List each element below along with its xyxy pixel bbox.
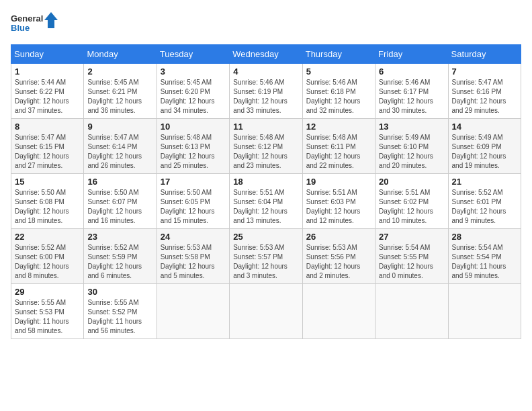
calendar-cell: 27 Sunrise: 5:54 AMSunset: 5:55 PMDaylig… bbox=[375, 229, 448, 284]
day-number: 10 bbox=[161, 122, 226, 132]
day-number: 19 bbox=[306, 177, 371, 187]
calendar-header-row: SundayMondayTuesdayWednesdayThursdayFrid… bbox=[11, 45, 521, 64]
calendar-cell: 11 Sunrise: 5:48 AMSunset: 6:12 PMDaylig… bbox=[230, 119, 302, 174]
day-number: 4 bbox=[233, 66, 298, 77]
calendar-cell bbox=[302, 284, 375, 339]
day-info: Sunrise: 5:46 AMSunset: 6:18 PMDaylight:… bbox=[306, 79, 361, 114]
calendar-cell: 23 Sunrise: 5:52 AMSunset: 5:59 PMDaylig… bbox=[84, 229, 157, 284]
calendar-day-header-sunday: Sunday bbox=[11, 45, 84, 64]
day-number: 20 bbox=[379, 177, 444, 187]
calendar-day-header-tuesday: Tuesday bbox=[157, 45, 229, 64]
calendar-cell: 12 Sunrise: 5:48 AMSunset: 6:11 PMDaylig… bbox=[302, 119, 375, 174]
day-number: 5 bbox=[306, 66, 371, 77]
day-info: Sunrise: 5:53 AMSunset: 5:58 PMDaylight:… bbox=[161, 244, 215, 279]
day-info: Sunrise: 5:48 AMSunset: 6:13 PMDaylight:… bbox=[161, 134, 215, 169]
day-info: Sunrise: 5:54 AMSunset: 5:55 PMDaylight:… bbox=[379, 244, 433, 279]
logo-icon: General Blue bbox=[11, 11, 58, 39]
calendar-cell: 26 Sunrise: 5:53 AMSunset: 5:56 PMDaylig… bbox=[302, 229, 375, 284]
calendar-day-header-saturday: Saturday bbox=[448, 45, 521, 64]
day-info: Sunrise: 5:50 AMSunset: 6:05 PMDaylight:… bbox=[161, 189, 215, 224]
day-number: 17 bbox=[161, 177, 226, 187]
day-number: 14 bbox=[452, 122, 517, 132]
day-number: 28 bbox=[452, 232, 517, 242]
day-info: Sunrise: 5:46 AMSunset: 6:17 PMDaylight:… bbox=[379, 79, 433, 114]
calendar-cell: 4 Sunrise: 5:46 AMSunset: 6:19 PMDayligh… bbox=[230, 64, 302, 119]
day-info: Sunrise: 5:55 AMSunset: 5:53 PMDaylight:… bbox=[15, 299, 69, 334]
logo: General Blue bbox=[11, 11, 58, 39]
calendar-cell: 20 Sunrise: 5:51 AMSunset: 6:02 PMDaylig… bbox=[375, 174, 448, 229]
calendar-cell: 6 Sunrise: 5:46 AMSunset: 6:17 PMDayligh… bbox=[375, 64, 448, 119]
calendar-cell: 2 Sunrise: 5:45 AMSunset: 6:21 PMDayligh… bbox=[84, 64, 157, 119]
day-info: Sunrise: 5:52 AMSunset: 6:01 PMDaylight:… bbox=[452, 189, 506, 224]
calendar-cell: 1 Sunrise: 5:44 AMSunset: 6:22 PMDayligh… bbox=[11, 64, 84, 119]
svg-text:General: General bbox=[11, 13, 43, 24]
day-info: Sunrise: 5:53 AMSunset: 5:56 PMDaylight:… bbox=[306, 244, 361, 279]
day-info: Sunrise: 5:45 AMSunset: 6:21 PMDaylight:… bbox=[87, 79, 142, 114]
calendar-week-row: 1 Sunrise: 5:44 AMSunset: 6:22 PMDayligh… bbox=[11, 64, 521, 119]
day-number: 6 bbox=[379, 66, 444, 77]
calendar-day-header-wednesday: Wednesday bbox=[230, 45, 302, 64]
day-number: 26 bbox=[306, 232, 371, 242]
day-info: Sunrise: 5:52 AMSunset: 5:59 PMDaylight:… bbox=[87, 244, 142, 279]
calendar-cell bbox=[375, 284, 448, 339]
day-number: 16 bbox=[87, 177, 152, 187]
calendar-week-row: 22 Sunrise: 5:52 AMSunset: 6:00 PMDaylig… bbox=[11, 229, 521, 284]
day-number: 24 bbox=[161, 232, 226, 242]
day-info: Sunrise: 5:51 AMSunset: 6:03 PMDaylight:… bbox=[306, 189, 361, 224]
day-number: 1 bbox=[15, 66, 80, 77]
day-number: 30 bbox=[87, 287, 152, 297]
day-number: 11 bbox=[233, 122, 298, 132]
day-info: Sunrise: 5:44 AMSunset: 6:22 PMDaylight:… bbox=[15, 79, 69, 114]
day-info: Sunrise: 5:54 AMSunset: 5:54 PMDaylight:… bbox=[452, 244, 506, 279]
calendar-cell: 25 Sunrise: 5:53 AMSunset: 5:57 PMDaylig… bbox=[230, 229, 302, 284]
calendar-day-header-thursday: Thursday bbox=[302, 45, 375, 64]
day-number: 7 bbox=[452, 66, 517, 77]
calendar-cell: 9 Sunrise: 5:47 AMSunset: 6:14 PMDayligh… bbox=[84, 119, 157, 174]
calendar-cell: 5 Sunrise: 5:46 AMSunset: 6:18 PMDayligh… bbox=[302, 64, 375, 119]
day-info: Sunrise: 5:47 AMSunset: 6:16 PMDaylight:… bbox=[452, 79, 506, 114]
day-number: 12 bbox=[306, 122, 371, 132]
day-info: Sunrise: 5:51 AMSunset: 6:02 PMDaylight:… bbox=[379, 189, 433, 224]
page-header: General Blue bbox=[11, 11, 521, 39]
calendar-week-row: 29 Sunrise: 5:55 AMSunset: 5:53 PMDaylig… bbox=[11, 284, 521, 339]
svg-marker-2 bbox=[44, 12, 58, 28]
calendar-cell bbox=[157, 284, 229, 339]
calendar-cell: 7 Sunrise: 5:47 AMSunset: 6:16 PMDayligh… bbox=[448, 64, 521, 119]
calendar-day-header-monday: Monday bbox=[84, 45, 157, 64]
day-number: 9 bbox=[87, 122, 152, 132]
calendar-cell: 15 Sunrise: 5:50 AMSunset: 6:08 PMDaylig… bbox=[11, 174, 84, 229]
day-info: Sunrise: 5:48 AMSunset: 6:12 PMDaylight:… bbox=[233, 134, 287, 169]
calendar-table: SundayMondayTuesdayWednesdayThursdayFrid… bbox=[11, 44, 521, 339]
day-info: Sunrise: 5:49 AMSunset: 6:10 PMDaylight:… bbox=[379, 134, 433, 169]
day-info: Sunrise: 5:49 AMSunset: 6:09 PMDaylight:… bbox=[452, 134, 506, 169]
day-number: 27 bbox=[379, 232, 444, 242]
day-number: 8 bbox=[15, 122, 80, 132]
calendar-cell: 22 Sunrise: 5:52 AMSunset: 6:00 PMDaylig… bbox=[11, 229, 84, 284]
day-info: Sunrise: 5:46 AMSunset: 6:19 PMDaylight:… bbox=[233, 79, 287, 114]
svg-text:Blue: Blue bbox=[11, 23, 30, 33]
calendar-cell: 14 Sunrise: 5:49 AMSunset: 6:09 PMDaylig… bbox=[448, 119, 521, 174]
calendar-cell: 18 Sunrise: 5:51 AMSunset: 6:04 PMDaylig… bbox=[230, 174, 302, 229]
day-number: 29 bbox=[15, 287, 80, 297]
calendar-cell: 28 Sunrise: 5:54 AMSunset: 5:54 PMDaylig… bbox=[448, 229, 521, 284]
calendar-cell: 13 Sunrise: 5:49 AMSunset: 6:10 PMDaylig… bbox=[375, 119, 448, 174]
day-number: 3 bbox=[161, 66, 226, 77]
day-number: 21 bbox=[452, 177, 517, 187]
day-number: 25 bbox=[233, 232, 298, 242]
calendar-cell: 16 Sunrise: 5:50 AMSunset: 6:07 PMDaylig… bbox=[84, 174, 157, 229]
calendar-cell bbox=[448, 284, 521, 339]
calendar-cell: 19 Sunrise: 5:51 AMSunset: 6:03 PMDaylig… bbox=[302, 174, 375, 229]
day-info: Sunrise: 5:51 AMSunset: 6:04 PMDaylight:… bbox=[233, 189, 287, 224]
day-info: Sunrise: 5:47 AMSunset: 6:14 PMDaylight:… bbox=[87, 134, 142, 169]
day-number: 13 bbox=[379, 122, 444, 132]
day-number: 2 bbox=[87, 66, 152, 77]
day-info: Sunrise: 5:45 AMSunset: 6:20 PMDaylight:… bbox=[161, 79, 215, 114]
calendar-cell: 21 Sunrise: 5:52 AMSunset: 6:01 PMDaylig… bbox=[448, 174, 521, 229]
calendar-cell: 3 Sunrise: 5:45 AMSunset: 6:20 PMDayligh… bbox=[157, 64, 229, 119]
calendar-cell: 8 Sunrise: 5:47 AMSunset: 6:15 PMDayligh… bbox=[11, 119, 84, 174]
day-info: Sunrise: 5:47 AMSunset: 6:15 PMDaylight:… bbox=[15, 134, 69, 169]
calendar-cell: 10 Sunrise: 5:48 AMSunset: 6:13 PMDaylig… bbox=[157, 119, 229, 174]
day-info: Sunrise: 5:50 AMSunset: 6:07 PMDaylight:… bbox=[87, 189, 142, 224]
day-info: Sunrise: 5:53 AMSunset: 5:57 PMDaylight:… bbox=[233, 244, 287, 279]
calendar-cell: 29 Sunrise: 5:55 AMSunset: 5:53 PMDaylig… bbox=[11, 284, 84, 339]
